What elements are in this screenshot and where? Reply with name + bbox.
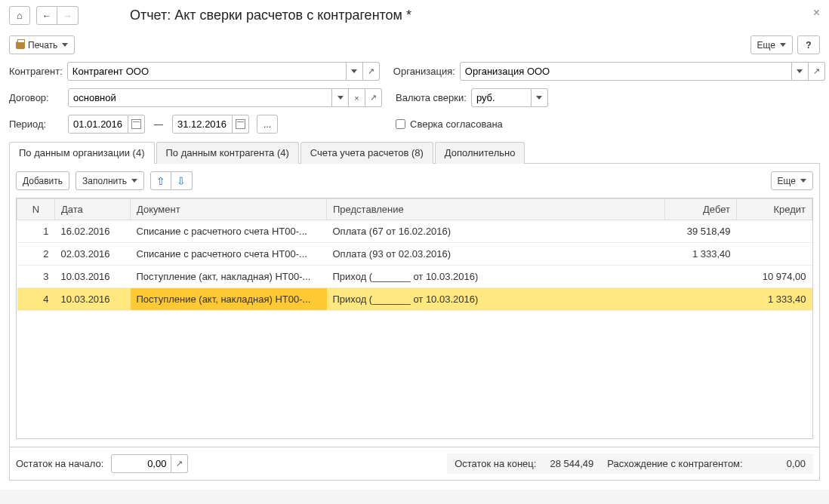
org-label: Организация: xyxy=(393,66,455,77)
balance-start-label: Остаток на начало: xyxy=(16,458,103,469)
cell-doc: Списание с расчетного счета НТ00-... xyxy=(131,243,327,266)
org-open[interactable]: ↗ xyxy=(809,62,825,81)
chevron-down-icon xyxy=(131,179,137,183)
cell-n: 2 xyxy=(17,243,55,266)
open-icon: ↗ xyxy=(813,66,820,76)
chevron-down-icon xyxy=(62,43,68,47)
period-to-calendar[interactable] xyxy=(233,115,249,134)
chevron-down-icon xyxy=(800,179,806,183)
move-up-button[interactable]: ⇧ xyxy=(150,171,171,190)
open-icon: ↗ xyxy=(176,459,183,469)
verify-label: Сверка согласована xyxy=(410,118,503,130)
table-row[interactable]: 310.03.2016Поступление (акт, накладная) … xyxy=(17,266,812,288)
more-button-top[interactable]: Еще xyxy=(750,35,793,54)
more-label: Еще xyxy=(757,40,775,51)
contract-dropdown[interactable] xyxy=(332,88,349,107)
help-button[interactable]: ? xyxy=(797,35,820,54)
table-row[interactable]: 410.03.2016Поступление (акт, накладная) … xyxy=(17,288,812,311)
col-debit[interactable]: Дебет xyxy=(665,199,737,220)
cell-credit xyxy=(737,243,812,266)
cell-debit: 1 333,40 xyxy=(665,243,737,266)
page-title: Отчет: Акт сверки расчетов с контрагенто… xyxy=(130,8,411,23)
more-label-panel: Еще xyxy=(778,176,796,186)
table-row[interactable]: 202.03.2016Списание с расчетного счета Н… xyxy=(17,243,812,266)
cell-repr: Приход (_______ от 10.03.2016) xyxy=(327,288,665,311)
tab-extra[interactable]: Дополнительно xyxy=(435,142,525,164)
org-dropdown[interactable] xyxy=(792,62,809,81)
chevron-down-icon xyxy=(337,96,344,100)
print-icon xyxy=(16,41,25,49)
cell-credit xyxy=(737,220,812,243)
cell-doc: Поступление (акт, накладная) НТ00-... xyxy=(131,288,327,311)
arrow-up-icon: ⇧ xyxy=(156,175,165,187)
period-from-input[interactable] xyxy=(68,115,128,134)
cell-date: 02.03.2016 xyxy=(55,243,131,266)
tabs: По данным организации (4) По данным конт… xyxy=(9,141,820,164)
period-select-button[interactable]: ... xyxy=(257,115,278,134)
org-input[interactable] xyxy=(460,62,792,81)
balance-end-label: Остаток на конец: xyxy=(455,458,536,469)
cell-credit: 1 333,40 xyxy=(737,288,812,311)
verify-checkbox[interactable] xyxy=(396,119,405,129)
x-icon: × xyxy=(354,94,359,103)
cell-debit: 39 518,49 xyxy=(665,220,737,243)
contract-clear[interactable]: × xyxy=(349,88,365,107)
nav-forward-button[interactable]: → xyxy=(57,6,79,25)
col-repr[interactable]: Представление xyxy=(327,199,665,220)
print-label: Печать xyxy=(28,40,57,51)
chevron-down-icon xyxy=(780,43,786,47)
cell-credit: 10 974,00 xyxy=(737,266,812,288)
col-doc[interactable]: Документ xyxy=(131,199,327,220)
diff-label: Расхождение с контрагентом: xyxy=(607,458,742,469)
contract-input[interactable] xyxy=(68,88,332,107)
add-button[interactable]: Добавить xyxy=(16,171,69,190)
diff-value: 0,00 xyxy=(787,458,806,469)
contract-open[interactable]: ↗ xyxy=(365,88,382,107)
cell-repr: Оплата (93 от 02.03.2016) xyxy=(327,243,665,266)
cell-date: 10.03.2016 xyxy=(55,266,131,288)
cell-date: 16.02.2016 xyxy=(55,220,131,243)
cell-doc: Списание с расчетного счета НТ00-... xyxy=(131,220,327,243)
arrow-left-icon: ← xyxy=(42,11,51,21)
close-button[interactable]: × xyxy=(813,6,820,20)
cell-doc: Поступление (акт, накладная) НТ00-... xyxy=(131,266,327,288)
counterparty-input[interactable] xyxy=(67,62,347,81)
fill-button[interactable]: Заполнить xyxy=(76,171,144,190)
open-icon: ↗ xyxy=(368,66,374,76)
move-down-button[interactable]: ⇩ xyxy=(171,171,193,190)
home-button[interactable]: ⌂ xyxy=(9,6,30,25)
arrow-down-icon: ⇩ xyxy=(177,175,186,187)
cell-date: 10.03.2016 xyxy=(55,288,131,311)
period-from-calendar[interactable] xyxy=(128,115,145,134)
tab-accounts[interactable]: Счета учета расчетов (8) xyxy=(300,142,433,164)
currency-input[interactable] xyxy=(471,88,532,107)
balance-end-value: 28 544,49 xyxy=(550,458,593,469)
cell-repr: Оплата (67 от 16.02.2016) xyxy=(327,220,665,243)
nav-back-button[interactable]: ← xyxy=(36,6,57,25)
open-icon: ↗ xyxy=(370,93,377,103)
chevron-down-icon xyxy=(536,96,542,100)
tab-counterparty-data[interactable]: По данным контрагента (4) xyxy=(156,142,299,164)
counterparty-open[interactable]: ↗ xyxy=(363,62,380,81)
col-n[interactable]: N xyxy=(17,199,55,220)
col-date[interactable]: Дата xyxy=(55,199,131,220)
balance-start-input[interactable] xyxy=(111,454,171,473)
cell-n: 4 xyxy=(17,288,55,311)
currency-label: Валюта сверки: xyxy=(396,92,467,103)
chevron-down-icon xyxy=(351,69,357,73)
period-to-input[interactable] xyxy=(172,115,233,134)
home-icon: ⌂ xyxy=(17,10,23,21)
col-credit[interactable]: Кредит xyxy=(737,199,812,220)
counterparty-dropdown[interactable] xyxy=(347,62,363,81)
balance-start-open[interactable]: ↗ xyxy=(171,454,188,473)
tab-org-data[interactable]: По данным организации (4) xyxy=(9,142,155,164)
arrow-right-icon: → xyxy=(63,11,72,21)
calendar-icon xyxy=(131,119,141,129)
cell-debit xyxy=(665,266,737,288)
currency-dropdown[interactable] xyxy=(532,88,548,107)
print-button[interactable]: Печать xyxy=(9,35,75,54)
chevron-down-icon xyxy=(797,69,803,73)
cell-debit xyxy=(665,288,737,311)
more-button-panel[interactable]: Еще xyxy=(771,171,813,190)
table-row[interactable]: 116.02.2016Списание с расчетного счета Н… xyxy=(17,220,812,243)
